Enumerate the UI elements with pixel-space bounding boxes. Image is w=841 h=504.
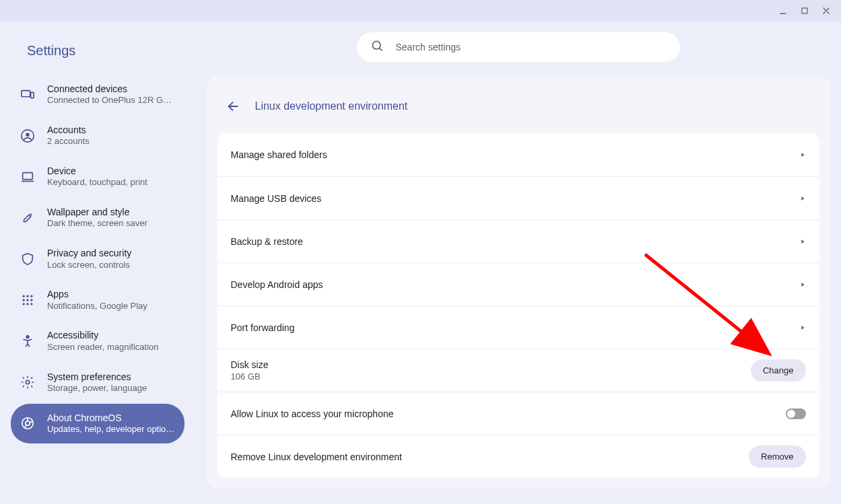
svg-point-14	[30, 303, 32, 305]
remove-button[interactable]: Remove	[749, 445, 805, 468]
search-icon	[370, 39, 384, 55]
sidebar-item-system[interactable]: System preferences Storage, power, langu…	[11, 363, 184, 402]
svg-point-11	[30, 299, 32, 301]
svg-point-7	[26, 295, 28, 297]
row-label: Manage USB devices	[231, 193, 322, 204]
row-label: Manage shared folders	[231, 149, 327, 160]
sidebar-item-sub: Dark theme, screen saver	[47, 218, 147, 229]
window-close-button[interactable]	[817, 1, 836, 20]
sidebar-item-label: Apps	[47, 288, 147, 300]
svg-rect-0	[802, 8, 807, 13]
sidebar-item-label: Connected devices	[47, 83, 175, 95]
sidebar-item-accessibility[interactable]: Accessibility Screen reader, magnificati…	[11, 321, 184, 361]
row-sub: 106 GB	[231, 371, 269, 382]
sidebar-item-wallpaper[interactable]: Wallpaper and style Dark theme, screen s…	[11, 198, 184, 238]
sidebar-item-accounts[interactable]: Accounts 2 accounts	[11, 116, 184, 155]
search-input[interactable]	[396, 42, 667, 52]
sidebar-item-label: Wallpaper and style	[47, 206, 147, 218]
change-button[interactable]: Change	[751, 359, 806, 382]
svg-point-13	[26, 303, 28, 305]
row-label: Remove Linux development environment	[231, 452, 402, 462]
svg-rect-5	[23, 172, 33, 179]
sidebar: Settings Connected devices Connected to …	[0, 22, 195, 504]
row-label: Develop Android apps	[231, 279, 323, 290]
svg-point-9	[23, 299, 25, 301]
sidebar-item-sub: Updates, help, developer options	[47, 424, 175, 435]
svg-point-8	[30, 295, 32, 297]
chevron-right-icon	[799, 322, 806, 334]
sidebar-item-sub: Lock screen, controls	[47, 260, 131, 271]
main-area: Linux development environment Manage sha…	[195, 22, 841, 504]
sidebar-item-label: Device	[47, 165, 147, 177]
sidebar-item-sub: Storage, power, language	[47, 383, 147, 394]
sidebar-item-sub: 2 accounts	[47, 136, 90, 147]
svg-rect-1	[22, 90, 30, 96]
sidebar-item-label: System preferences	[47, 371, 147, 383]
row-manage-shared-folders[interactable]: Manage shared folders	[217, 133, 819, 176]
row-allow-microphone: Allow Linux to access your microphone	[217, 392, 819, 435]
apps-grid-icon	[20, 293, 35, 308]
row-label: Port forwarding	[231, 322, 295, 333]
row-manage-usb-devices[interactable]: Manage USB devices	[217, 176, 819, 219]
chevron-right-icon	[799, 192, 806, 205]
panel-title: Linux development environment	[255, 100, 408, 112]
devices-icon	[20, 87, 35, 102]
sidebar-nav: Connected devices Connected to OnePlus 1…	[11, 75, 184, 443]
window-minimize-button[interactable]	[774, 1, 793, 20]
sidebar-item-sub: Screen reader, magnification	[47, 342, 158, 353]
app-title: Settings	[11, 32, 184, 75]
chrome-icon	[20, 416, 35, 431]
sidebar-item-connected-devices[interactable]: Connected devices Connected to OnePlus 1…	[11, 75, 184, 114]
svg-point-19	[372, 41, 380, 49]
window-titlebar	[0, 0, 841, 22]
sidebar-item-label: About ChromeOS	[47, 412, 175, 424]
account-icon	[20, 129, 35, 143]
chevron-right-icon	[799, 149, 806, 161]
sidebar-item-sub: Keyboard, touchpad, print	[47, 177, 147, 188]
laptop-icon	[20, 170, 35, 184]
sidebar-item-privacy[interactable]: Privacy and security Lock screen, contro…	[11, 239, 184, 279]
sidebar-item-about[interactable]: About ChromeOS Updates, help, developer …	[11, 404, 184, 443]
row-remove-linux: Remove Linux development environment Rem…	[217, 435, 819, 478]
svg-point-6	[23, 295, 25, 297]
row-disk-size: Disk size 106 GB Change	[217, 349, 819, 392]
brush-icon	[20, 211, 35, 225]
svg-rect-2	[31, 92, 34, 98]
svg-point-16	[26, 380, 30, 384]
sidebar-item-label: Accessibility	[47, 329, 158, 341]
settings-panel: Linux development environment Manage sha…	[207, 75, 830, 489]
sidebar-item-sub: Connected to OnePlus 12R Gens…	[47, 95, 175, 106]
svg-point-12	[23, 303, 25, 305]
row-label: Backup & restore	[231, 236, 303, 247]
search-bar[interactable]	[357, 32, 680, 62]
row-label: Allow Linux to access your microphone	[231, 408, 394, 419]
gear-icon	[20, 375, 35, 390]
svg-point-15	[26, 336, 29, 338]
shield-icon	[20, 252, 35, 266]
svg-point-4	[26, 133, 30, 137]
svg-point-10	[26, 299, 28, 301]
settings-card: Manage shared folders Manage USB devices…	[217, 133, 819, 478]
chevron-right-icon	[799, 236, 806, 248]
sidebar-item-sub: Notifications, Google Play	[47, 301, 147, 312]
back-button[interactable]	[223, 96, 244, 117]
row-backup-restore[interactable]: Backup & restore	[217, 219, 819, 262]
row-port-forwarding[interactable]: Port forwarding	[217, 305, 819, 349]
row-develop-android-apps[interactable]: Develop Android apps	[217, 262, 819, 305]
accessibility-icon	[20, 334, 35, 349]
sidebar-item-label: Accounts	[47, 124, 90, 136]
microphone-toggle[interactable]	[786, 408, 806, 419]
sidebar-item-apps[interactable]: Apps Notifications, Google Play	[11, 280, 184, 320]
row-label: Disk size	[231, 359, 269, 370]
window-maximize-button[interactable]	[795, 1, 814, 20]
sidebar-item-label: Privacy and security	[47, 247, 131, 259]
sidebar-item-device[interactable]: Device Keyboard, touchpad, print	[11, 157, 184, 196]
chevron-right-icon	[799, 279, 806, 291]
